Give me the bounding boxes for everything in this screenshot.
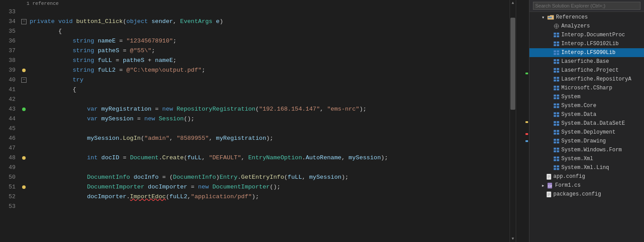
token-type: DocumentInfo <box>173 174 216 181</box>
se-item-system-windows-form[interactable]: System.Windows.Form <box>529 146 644 154</box>
line-number: 46 <box>0 134 20 143</box>
code-line: 43 var myRegistration = new RepositoryRe… <box>0 104 510 114</box>
token-plain <box>94 67 98 73</box>
se-item-system-drawing[interactable]: System.Drawing <box>529 137 644 146</box>
token-param: patheS <box>123 57 145 64</box>
se-item-system[interactable]: System <box>529 92 644 101</box>
se-item-label: System.Deployment <box>561 129 615 135</box>
svg-rect-43 <box>554 115 556 117</box>
svg-rect-51 <box>554 133 556 134</box>
config-file-icon <box>546 174 552 180</box>
se-item-microsoft-csharp[interactable]: Microsoft.CSharp <box>529 84 644 92</box>
token-str: "application/pdf" <box>191 193 252 200</box>
se-item-label: Laserfiche.RepositoryA <box>561 76 631 82</box>
se-item-form1-cs[interactable]: ▶ C# Form1.cs <box>529 181 644 190</box>
token-type: DocumentImporter <box>87 184 145 190</box>
scroll-up-arrow[interactable]: ▲ <box>512 0 514 6</box>
se-item-label: Form1.cs <box>555 182 581 188</box>
solution-explorer-search[interactable] <box>533 2 640 10</box>
reference-icon <box>553 50 560 55</box>
se-item-analyzers[interactable]: Analyzers <box>529 22 644 31</box>
token-param: fuLL <box>98 57 112 64</box>
token-param: sender <box>152 18 173 25</box>
token-param: nameE <box>155 57 173 64</box>
se-item-interop-lfso102lib[interactable]: Interop.LFSO102Lib <box>529 39 644 48</box>
token-param: fuLL <box>288 174 302 181</box>
token-plain: ) <box>219 18 223 25</box>
token-plain <box>30 47 73 54</box>
svg-rect-37 <box>554 104 556 105</box>
svg-rect-16 <box>557 53 559 55</box>
svg-rect-33 <box>554 95 556 96</box>
se-item-interop-documentproc[interactable]: Interop.DocumentProc <box>529 31 644 39</box>
se-item-laserfiche-project[interactable]: Laserfiche.Project <box>529 66 644 75</box>
svg-rect-38 <box>557 104 559 105</box>
collapse-icon[interactable]: − <box>21 77 27 83</box>
reference-icon <box>553 32 560 38</box>
code-line: 50 DocumentInfo docInfo = (DocumentInfo)… <box>0 173 510 182</box>
se-item-system-xml[interactable]: System.Xml <box>529 154 644 163</box>
token-param: fuLL2 <box>98 67 116 73</box>
gutter-dot-yellow <box>22 156 26 160</box>
se-item-label: Interop.LFSO102Lib <box>561 41 619 47</box>
se-item-packages-config[interactable]: packages.config <box>529 190 644 199</box>
se-item-system-data-datasete[interactable]: System.Data.DataSetE <box>529 119 644 128</box>
code-line: 52 docImporter.ImportEdoc(fuLL2,"applica… <box>0 192 510 202</box>
cs-file-icon: C# <box>547 183 553 188</box>
token-plain: = <box>115 38 126 44</box>
code-line: 40− try <box>0 75 510 85</box>
se-item-references-folder[interactable]: ▼ References <box>529 13 644 22</box>
scrollbar[interactable]: ▲ ▼ <box>510 0 516 242</box>
token-str: "admin" <box>144 135 169 142</box>
se-item-app-config[interactable]: app.config <box>529 172 644 181</box>
token-param: docImporter <box>87 193 126 200</box>
line-number: 37 <box>0 46 20 56</box>
code-line: 42 <box>0 95 510 104</box>
se-item-system-core[interactable]: System.Core <box>529 101 644 110</box>
code-line: 44 var mySession = new Session(); <box>0 114 510 124</box>
svg-rect-13 <box>554 50 556 52</box>
token-param: mySession <box>87 135 119 142</box>
token-plain: . <box>238 174 241 181</box>
svg-rect-1 <box>550 17 552 18</box>
token-kw: new <box>198 184 209 190</box>
token-str: @"55\" <box>130 47 152 54</box>
se-item-laserfiche-repositorya[interactable]: Laserfiche.RepositoryA <box>529 75 644 84</box>
se-item-system-xml-linq[interactable]: System.Xml.Linq <box>529 163 644 172</box>
svg-rect-14 <box>557 50 559 52</box>
svg-rect-0 <box>548 17 550 18</box>
svg-rect-62 <box>557 157 559 158</box>
svg-rect-66 <box>557 165 559 167</box>
gutter-dot-yellow <box>22 185 26 189</box>
token-param: nameE <box>98 38 116 44</box>
token-kw: new <box>162 106 173 112</box>
scroll-thumb[interactable] <box>510 18 515 110</box>
solution-explorer: ▼ References Analyzers Interop.DocumentP… <box>529 0 644 242</box>
token-plain: ); <box>252 193 259 200</box>
token-plain: . <box>119 135 123 142</box>
minimap-blue-indicator <box>525 140 528 142</box>
minimap-red-indicator <box>525 133 528 135</box>
line-content: private void button1_Click(object sender… <box>28 17 510 27</box>
expand-arrow-icon[interactable]: ▶ <box>540 184 546 188</box>
se-item-interop-lfso90lib[interactable]: Interop.LFSO90Lib <box>529 48 644 57</box>
line-content: docImporter.ImportEdoc(fuLL2,"applicatio… <box>28 192 510 202</box>
line-content: string fuLL = patheS + nameE; <box>28 56 510 65</box>
se-item-system-data[interactable]: System.Data <box>529 110 644 119</box>
token-param: mySession <box>309 174 341 181</box>
token-plain <box>30 135 87 142</box>
svg-rect-52 <box>557 133 559 134</box>
line-number: 48 <box>0 153 20 163</box>
svg-rect-10 <box>557 42 559 43</box>
se-item-laserfiche-base[interactable]: Laserfiche.Base <box>529 57 644 66</box>
line-gutter <box>20 182 28 192</box>
se-item-system-deployment[interactable]: System.Deployment <box>529 128 644 137</box>
collapse-icon[interactable]: − <box>21 19 27 24</box>
token-plain: ; <box>173 38 176 44</box>
expand-arrow-icon[interactable]: ▼ <box>540 15 546 19</box>
token-kw: new <box>144 115 155 122</box>
solution-explorer-header <box>529 0 644 12</box>
line-gutter <box>20 114 28 124</box>
scroll-down-arrow[interactable]: ▼ <box>512 236 514 242</box>
token-plain: , <box>202 154 209 161</box>
